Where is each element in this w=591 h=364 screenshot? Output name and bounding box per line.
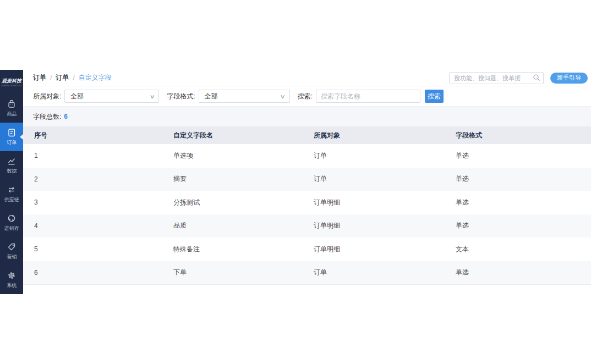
breadcrumb-separator: / [50,74,52,82]
sidebar-item-label: 营销 [7,253,17,260]
table-body: 1单选项订单单选2摘要订单单选3分拣测试订单明细单选4品质订单明细单选5特殊备注… [23,144,591,285]
sidebar-item-label: 订单 [7,139,17,146]
sidebar-item-label: 商品 [7,111,17,117]
sidebar-item-tag[interactable]: 营销 [0,237,23,266]
brand-name: 观麦科技 [2,78,21,85]
search-button[interactable]: 搜索 [425,90,444,103]
sidebar-item-nodes[interactable]: 进销存 [0,208,23,237]
summary-band: 字段总数: 6 [23,107,591,126]
table-cell: 1 [23,152,171,159]
top-bar: 订单 / 订单 / 自定义字段 新手引导 [23,70,591,86]
sidebar-item-exchange[interactable]: 供应链 [0,180,23,208]
chevron-down-icon: ∨ [150,93,155,100]
sidebar: 观麦科技 GUANMAI TECHNOLOGY 商品订单数据供应链进销存营销系统 [0,70,23,294]
global-search-input[interactable] [449,72,544,84]
breadcrumb-item[interactable]: 订单 [56,73,69,82]
sidebar-item-gear[interactable]: 系统 [0,266,23,294]
exchange-icon [7,185,17,195]
field-count-value: 6 [64,113,68,120]
table-cell: 订单 [311,268,453,277]
chart-icon [7,156,17,166]
breadcrumb: 订单 / 订单 / 自定义字段 [33,73,112,82]
column-header: 字段格式 [453,131,591,140]
table-cell: 6 [23,269,171,277]
column-header: 自定义字段名 [171,131,311,140]
global-search [449,72,544,84]
filter-bar: 所属对象: 全部 ∨ 字段格式: 全部 ∨ 搜索: 搜索 [23,86,591,107]
sidebar-item-label: 进销存 [4,225,19,231]
bag-icon [7,99,17,109]
breadcrumb-current: 自定义字段 [79,73,112,82]
table-row[interactable]: 6下单订单单选 [23,261,591,285]
search-icon [533,74,540,84]
table-row[interactable]: 3分拣测试订单明细单选 [23,191,591,214]
table-cell: 订单 [311,151,453,161]
table-row[interactable]: 1单选项订单单选 [23,144,591,168]
table-cell: 摘要 [171,174,311,184]
breadcrumb-item[interactable]: 订单 [33,73,46,82]
sidebar-item-label: 系统 [7,282,17,289]
table-cell: 单选 [453,151,591,161]
main-content: 订单 / 订单 / 自定义字段 新手引导 [23,70,591,294]
column-header: 所属对象 [311,131,453,140]
table-cell: 文本 [453,245,591,254]
table-cell: 单选 [453,268,591,277]
chevron-down-icon: ∨ [280,93,286,100]
table-cell: 分拣测试 [171,198,311,207]
table-cell: 订单明细 [311,198,453,207]
field-count-label: 字段总数: [33,112,61,122]
format-filter-value: 全部 [205,92,218,101]
newbie-guide-button[interactable]: 新手引导 [550,73,588,84]
table-cell: 2 [23,175,171,183]
owner-filter-label: 所属对象: [33,92,61,101]
table-header: 序号自定义字段名所属对象字段格式 [23,126,591,144]
topbar-right: 新手引导 [449,72,588,84]
tag-icon [7,242,17,252]
table-cell: 品质 [171,221,311,230]
sidebar-item-label: 数据 [7,168,17,174]
brand-tagline: GUANMAI TECHNOLOGY [1,85,22,87]
field-search-label: 搜索: [298,92,313,101]
owner-filter-value: 全部 [70,92,84,101]
table-cell: 单选项 [171,151,311,161]
sidebar-item-chart[interactable]: 数据 [0,151,23,180]
table-cell: 下单 [171,268,311,277]
table-cell: 单选 [453,198,591,207]
sidebar-item-label: 供应链 [4,196,19,203]
table-cell: 订单明细 [311,221,453,230]
table-cell: 4 [23,222,171,230]
table-cell: 特殊备注 [171,245,311,254]
format-filter-label: 字段格式: [167,92,195,101]
format-filter-select[interactable]: 全部 ∨ [199,90,290,103]
table-row[interactable]: 4品质订单明细单选 [23,214,591,238]
table-row[interactable]: 2摘要订单单选 [23,168,591,191]
table-cell: 单选 [453,174,591,184]
table-cell: 单选 [453,221,591,230]
brand-logo: 观麦科技 GUANMAI TECHNOLOGY [0,70,23,94]
table-cell: 5 [23,245,171,253]
app-window: 观麦科技 GUANMAI TECHNOLOGY 商品订单数据供应链进销存营销系统… [0,70,591,294]
owner-filter-select[interactable]: 全部 ∨ [64,90,159,103]
field-search-input[interactable] [316,90,420,103]
table-row[interactable]: 5特殊备注订单明细文本 [23,238,591,261]
nodes-icon [7,213,17,223]
order-icon [7,128,17,137]
column-header: 序号 [23,131,171,140]
gear-icon [7,271,17,280]
breadcrumb-separator: / [73,74,74,82]
table-cell: 订单明细 [311,245,453,254]
fields-table: 序号自定义字段名所属对象字段格式 1单选项订单单选2摘要订单单选3分拣测试订单明… [23,126,591,285]
table-cell: 3 [23,198,171,206]
sidebar-item-order[interactable]: 订单 [0,123,23,151]
table-cell: 订单 [311,174,453,184]
sidebar-item-bag[interactable]: 商品 [0,94,23,123]
